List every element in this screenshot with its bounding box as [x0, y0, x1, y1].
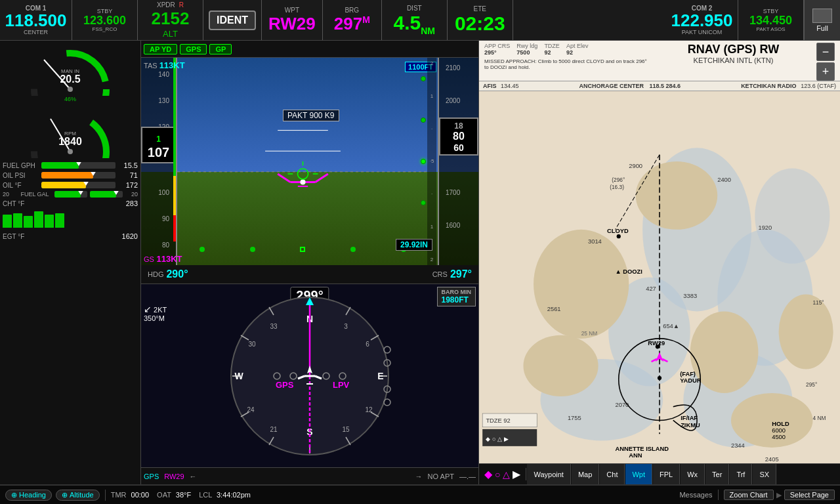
chart-icons: ◆ ○ △ ▶	[479, 468, 526, 480]
svg-line-13	[278, 174, 290, 182]
nav-wx-btn[interactable]: Wx	[681, 464, 705, 484]
svg-text:GPS: GPS	[276, 380, 294, 390]
com1-active-sub: CENTER	[24, 29, 48, 35]
chart-freq-bar: AFIS 134.45 ANCHORAGE CENTER 118.5 284.6…	[479, 81, 840, 91]
nav-cht-btn[interactable]: Cht	[600, 464, 625, 484]
cht-bar-2	[13, 213, 22, 228]
svg-text:2400: 2400	[717, 177, 731, 183]
zoom-in-button[interactable]: +	[816, 62, 835, 81]
right-panel: APP CRS 295° Rwy ldg 7500 TDZE 92 Apt El…	[479, 41, 840, 484]
rpm-gauge: RPM 1840	[3, 106, 138, 158]
svg-text:LPV: LPV	[333, 380, 350, 390]
nav-waypoint-btn[interactable]: Waypoint	[527, 464, 570, 484]
fuel-gph-label: FUEL GPH	[3, 162, 39, 169]
altitude-nav-icon: ⊕	[62, 491, 68, 499]
speed-current: 1 107	[141, 127, 176, 163]
loc-dot-3	[350, 247, 356, 252]
chart-header: APP CRS 295° Rwy ldg 7500 TDZE 92 Apt El…	[479, 41, 840, 81]
egt-f-label: EGT °F	[3, 233, 24, 240]
com2-stby-freq[interactable]: 134.450	[749, 14, 792, 26]
gs-dot-3	[421, 159, 426, 164]
status-bar: ⊕ Heading ⊕ Altitude TMR 00:00 OAT 38°F …	[0, 484, 840, 504]
svg-text:33: 33	[270, 323, 278, 330]
fuel-right-fill	[90, 191, 116, 198]
svg-text:2405: 2405	[765, 456, 779, 463]
com1-active-freq[interactable]: 118.500	[5, 12, 67, 29]
ident-button[interactable]: IDENT	[209, 10, 256, 30]
oil-f-value: 172	[118, 181, 138, 189]
fuel-gal-left-value: 20	[3, 191, 15, 198]
triangle-icon: △	[503, 469, 510, 480]
svg-text:IF/IAF: IF/IAF	[681, 415, 698, 421]
dist-box: DIST 4.5NM	[382, 0, 448, 40]
wpt-label: WPT	[285, 7, 299, 14]
nav-wpt-btn[interactable]: Wpt	[625, 464, 652, 484]
brg-label: BRG	[345, 7, 359, 14]
com1-stby-freq[interactable]: 123.600	[83, 14, 126, 26]
svg-text:115°: 115°	[812, 299, 824, 306]
svg-text:ANN: ANN	[629, 453, 642, 459]
fuel-right-marker	[113, 191, 119, 195]
com2-active-freq[interactable]: 122.950	[671, 12, 733, 29]
left-panel: MAN IN 20.5 46% RPM 1840 FUEL GPH 15.	[0, 41, 141, 484]
svg-point-105	[658, 376, 662, 380]
missed-approach-text: MISSED APPROACH: Climb to 5000 direct CL…	[484, 58, 648, 70]
full-label: Full	[816, 24, 828, 32]
compass-svg: N S W E 3 33 6 30 12 24 15 21	[224, 291, 395, 461]
svg-text:295°: 295°	[806, 381, 817, 388]
zoom-out-button[interactable]: −	[816, 43, 835, 61]
oil-psi-marker	[90, 172, 96, 176]
anchorage-center: ANCHORAGE CENTER 118.5 284.6	[532, 83, 728, 89]
nav-fpl-btn[interactable]: FPL	[653, 464, 680, 484]
svg-line-14	[316, 174, 328, 182]
ap-yd-button[interactable]: AP YD	[144, 44, 177, 54]
svg-point-21	[298, 169, 308, 179]
svg-text:20.5: 20.5	[60, 74, 80, 85]
ident-box[interactable]: IDENT	[203, 0, 262, 40]
ketchikan-radio: KETCHIKAN RADIO 123.6 (CTAF)	[741, 83, 836, 89]
loc-indicator	[177, 245, 429, 253]
chart-title: RNAV (GPS) RW KETCHIKAN INTL (KTN)	[650, 43, 816, 64]
nav-sx-btn[interactable]: SX	[753, 464, 776, 484]
svg-text:HOLD: HOLD	[772, 421, 789, 427]
status-right: Zoom Chart ▶ Select Page	[718, 490, 840, 500]
ap-gps-button[interactable]: GPS	[180, 44, 207, 54]
xpdr-box: XPDR R 2152 ALT	[138, 0, 203, 40]
hsi-area: 299° BARO MIN 1980FT ↙ 2KT 350°M	[141, 284, 478, 467]
svg-text:ANNETTE ISLAND: ANNETTE ISLAND	[616, 446, 669, 452]
fuel-gph-track	[41, 162, 116, 169]
com2-box: COM 2 122.950 PAKT UNICOM	[666, 0, 738, 40]
nav-trf-btn[interactable]: Trf	[730, 464, 752, 484]
ap-gp-button[interactable]: GP	[209, 44, 232, 54]
center-panel: AP YD GPS GP	[141, 41, 479, 484]
oil-psi-value: 71	[118, 171, 138, 179]
svg-text:2900: 2900	[629, 163, 642, 169]
cht-bar-5	[45, 215, 54, 228]
chart-subtitle: KETCHIKAN INTL (KTN)	[650, 56, 816, 64]
nav-map-btn[interactable]: Map	[572, 464, 599, 484]
com2-stby-box: STBY 134.450 PAKT ASOS	[738, 0, 804, 40]
wpt-pfd-label: PAKT 900 K9	[283, 110, 339, 121]
chart-approach-data: APP CRS 295° Rwy ldg 7500 TDZE 92 Apt El…	[484, 43, 650, 56]
svg-point-64	[384, 346, 390, 353]
select-page-btn[interactable]: Select Page	[784, 490, 835, 500]
svg-text:◆ ○ △ ▶: ◆ ○ △ ▶	[486, 436, 508, 442]
svg-text:▲ DOOZI: ▲ DOOZI	[616, 268, 642, 275]
svg-point-102	[656, 345, 660, 348]
fuel-gph-marker	[75, 162, 82, 166]
altitude-pill[interactable]: ⊕ Altitude	[56, 490, 100, 501]
svg-point-3	[68, 87, 73, 92]
zoom-chart-btn[interactable]: Zoom Chart	[724, 490, 774, 500]
xpdr-code[interactable]: 2152	[152, 9, 190, 29]
svg-text:30: 30	[248, 341, 256, 348]
oat-label: OAT	[157, 491, 171, 499]
heading-pill[interactable]: ⊕ Heading	[5, 490, 52, 501]
svg-text:12: 12	[365, 406, 373, 413]
full-button[interactable]: Full	[804, 0, 840, 40]
hdg-box: HDG 290°	[148, 268, 188, 280]
fuel-left-fill	[54, 191, 81, 198]
gs-box: GS 113KT	[144, 254, 182, 264]
gs-dot-4	[421, 200, 426, 205]
nav-ter-btn[interactable]: Ter	[705, 464, 729, 484]
dist-label: DIST	[407, 5, 422, 12]
